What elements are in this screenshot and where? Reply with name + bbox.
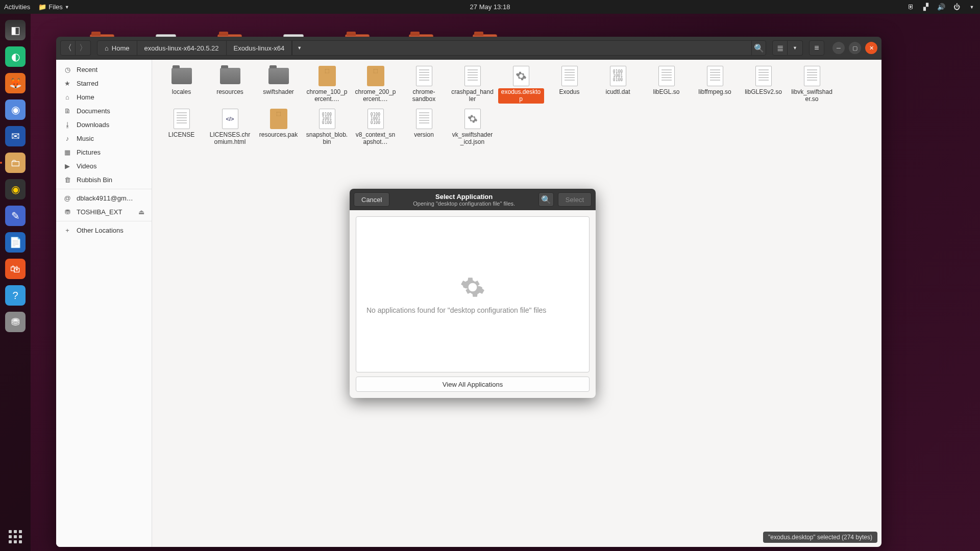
dock-app-files[interactable]: 🗀	[3, 151, 28, 175]
folder-icon: 📁	[38, 3, 46, 11]
text-file-icon	[704, 66, 726, 86]
sidebar-item-home[interactable]: ⌂Home	[56, 90, 152, 104]
file-item[interactable]: crashpad_handler	[448, 65, 497, 108]
file-item[interactable]: swiftshader	[254, 65, 303, 108]
eject-icon[interactable]: ⏏	[138, 208, 144, 216]
video-icon: ▶	[63, 162, 71, 170]
home-icon: ⌂	[105, 44, 109, 52]
sidebar-item-other-locations[interactable]: +Other Locations	[56, 223, 152, 237]
power-icon[interactable]: ⏻	[952, 3, 961, 11]
path-home[interactable]: ⌂Home	[97, 41, 137, 55]
file-item[interactable]: locales	[157, 65, 206, 108]
dock-app-rhythmbox[interactable]: ◉	[3, 177, 28, 202]
pic-icon: ▦	[63, 148, 71, 156]
sidebar-item-label: Pictures	[77, 148, 101, 156]
file-item[interactable]: Exodus	[545, 65, 594, 108]
file-label: resources	[215, 88, 245, 96]
sidebar-item-rubbish-bin[interactable]: 🗑Rubbish Bin	[56, 173, 152, 189]
file-label: version	[412, 131, 435, 139]
sidebar-item-downloads[interactable]: ⭳Downloads	[56, 118, 152, 132]
back-button[interactable]: 〈	[60, 40, 76, 56]
sidebar-item-label: Documents	[77, 107, 110, 115]
dock-app-firefox[interactable]: 🦊	[3, 71, 28, 95]
dock-app-chromium[interactable]: ◉	[3, 97, 28, 122]
dock-app-help[interactable]: ?	[3, 283, 28, 308]
dock-app-midori[interactable]: ◐	[3, 44, 28, 69]
file-label: locales	[170, 88, 192, 96]
sidebar-item-recent[interactable]: ◷Recent	[56, 63, 152, 77]
file-item[interactable]: resources.pak	[254, 108, 303, 151]
sidebar-item-documents[interactable]: 🗎Documents	[56, 104, 152, 118]
cancel-button[interactable]: Cancel	[354, 192, 389, 207]
desktop-file-icon	[510, 66, 532, 86]
file-label: chrome_200_percent.…	[353, 88, 399, 104]
file-item[interactable]: vk_swiftshader_icd.json	[448, 108, 497, 151]
clock-icon: ◷	[63, 66, 71, 73]
shield-icon[interactable]: ⛨	[906, 3, 915, 11]
dock-app-thunderbird[interactable]: ✉	[3, 124, 28, 148]
file-item[interactable]: 010010010100v8_context_snapshot…	[351, 108, 400, 151]
sidebar-item-dblack-gm-[interactable]: @dblack4911@gm…	[56, 191, 152, 205]
dock-app-1[interactable]: ◧	[3, 18, 28, 42]
sidebar-item-pictures[interactable]: ▦Pictures	[56, 145, 152, 159]
maximize-button[interactable]: ▢	[849, 42, 861, 54]
list-view-button[interactable]: ≣	[772, 40, 788, 56]
show-apps-button[interactable]	[6, 528, 24, 546]
pathbar: ⌂Home exodus-linux-x64-20.5.22 Exodus-li…	[97, 40, 766, 56]
minimize-button[interactable]: ─	[832, 42, 845, 54]
binary-file-icon: 010010010100	[364, 109, 387, 129]
path-seg-1[interactable]: exodus-linux-x64-20.5.22	[137, 41, 227, 55]
path-seg-2[interactable]: Exodus-linux-x64	[227, 41, 292, 55]
file-item[interactable]: resources	[206, 65, 254, 108]
file-label: chrome_100_percent.…	[304, 88, 350, 104]
text-file-icon	[413, 109, 435, 129]
dock-app-gedit[interactable]: ✎	[3, 204, 28, 228]
sidebar-item-videos[interactable]: ▶Videos	[56, 159, 152, 173]
file-item[interactable]: libGLESv2.so	[739, 65, 788, 108]
dock: ◧ ◐ 🦊 ◉ ✉ 🗀 ◉ ✎ 📄 🛍 ? ⛃	[0, 14, 31, 551]
dock-app-libreoffice[interactable]: 📄	[3, 230, 28, 255]
file-item[interactable]: chrome_200_percent.…	[351, 65, 400, 108]
close-button[interactable]: ✕	[865, 42, 877, 54]
sidebar: ◷Recent★Starred⌂Home🗎Documents⭳Downloads…	[56, 60, 152, 547]
view-dropdown[interactable]: ▼	[788, 40, 803, 56]
volume-icon[interactable]: 🔊	[937, 3, 945, 11]
sidebar-item-toshiba-ext[interactable]: ⛃TOSHIBA_EXT⏏	[56, 205, 152, 221]
dock-drive[interactable]: ⛃	[3, 310, 28, 334]
file-item[interactable]: </>LICENSES.chromium.html	[206, 108, 254, 151]
file-item[interactable]: 010010010100snapshot_blob.bin	[303, 108, 351, 151]
app-menu[interactable]: 📁 Files ▼	[38, 3, 69, 11]
down-icon: ⭳	[63, 121, 71, 129]
sidebar-item-music[interactable]: ♪Music	[56, 132, 152, 145]
search-button[interactable]: 🔍	[751, 41, 766, 55]
plus-icon: +	[63, 227, 71, 234]
path-dropdown[interactable]: ▼	[292, 41, 306, 55]
file-item[interactable]: libvk_swiftshader.so	[788, 65, 836, 108]
dialog-title: Select Application	[394, 193, 534, 201]
file-item[interactable]: LICENSE	[157, 108, 206, 151]
home-icon: ⌂	[63, 93, 71, 101]
dialog-search-button[interactable]: 🔍	[538, 192, 554, 207]
clock[interactable]: 27 May 13:18	[470, 3, 510, 11]
fm-headerbar: 〈 〉 ⌂Home exodus-linux-x64-20.5.22 Exodu…	[56, 37, 881, 60]
view-all-applications-button[interactable]: View All Applications	[356, 377, 590, 392]
sidebar-item-label: dblack4911@gm…	[77, 194, 133, 202]
file-item[interactable]: 010010010100icudtl.dat	[594, 65, 642, 108]
dock-app-software[interactable]: 🛍	[3, 257, 28, 281]
activities-button[interactable]: Activities	[4, 3, 30, 11]
file-item[interactable]: chrome-sandbox	[400, 65, 448, 108]
hamburger-menu[interactable]: ≡	[809, 40, 824, 56]
file-item[interactable]: exodus.desktop	[497, 65, 545, 108]
file-item[interactable]: chrome_100_percent.…	[303, 65, 351, 108]
network-icon[interactable]: ▞	[922, 3, 930, 11]
binary-file-icon: 010010010100	[316, 109, 338, 129]
file-item[interactable]: version	[400, 108, 448, 151]
file-item[interactable]: libffmpeg.so	[691, 65, 739, 108]
sidebar-item-starred[interactable]: ★Starred	[56, 77, 152, 90]
sidebar-item-label: Videos	[77, 162, 97, 170]
file-item[interactable]: libEGL.so	[642, 65, 691, 108]
text-file-icon	[752, 66, 775, 86]
folder-icon	[170, 66, 193, 86]
folder-icon	[219, 66, 241, 86]
chevron-down-icon[interactable]: ▼	[968, 3, 976, 11]
